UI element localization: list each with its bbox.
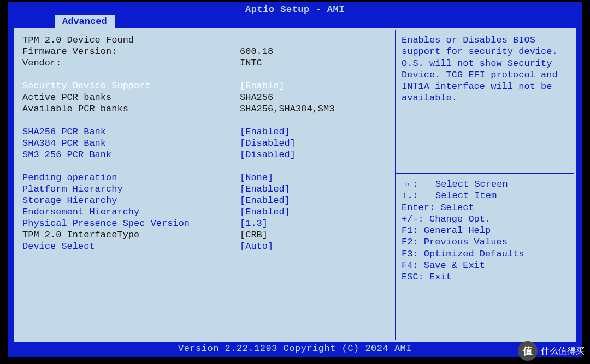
- content-box: TPM 2.0 Device Found Firmware Version: 6…: [14, 28, 576, 342]
- pending-operation-value[interactable]: [None]: [240, 172, 388, 183]
- device-select-label[interactable]: Device Select: [22, 241, 240, 252]
- tab-bar: Advanced: [9, 15, 581, 28]
- device-select-value[interactable]: [Auto]: [240, 241, 388, 252]
- sm3-bank-value[interactable]: [Disabled]: [240, 149, 388, 160]
- storage-hierarchy-value[interactable]: [Enabled]: [240, 195, 388, 206]
- tpm-found-label: TPM 2.0 Device Found: [22, 34, 240, 46]
- firmware-version-value: 600.18: [240, 46, 388, 57]
- watermark: 值 什么值得买: [518, 341, 585, 361]
- vendor-label: Vendor:: [22, 57, 240, 69]
- bios-footer: Version 2.22.1293 Copyright (C) 2024 AMI: [9, 342, 581, 354]
- endorsement-hierarchy-label[interactable]: Endorsement Hierarchy: [22, 206, 240, 218]
- key-f1: F1: General Help: [402, 225, 569, 236]
- tpm-interface-value: [CRB]: [240, 229, 388, 241]
- security-device-support-value[interactable]: [Enable]: [240, 80, 388, 92]
- firmware-version-label: Firmware Version:: [22, 46, 240, 57]
- pending-operation-label[interactable]: Pending operation: [22, 172, 240, 183]
- security-device-support-label[interactable]: Security Device Support: [22, 80, 240, 92]
- key-f4: F4: Save & Exit: [402, 260, 569, 271]
- bios-title: Aptio Setup - AMI: [9, 3, 581, 15]
- active-pcr-label: Active PCR banks: [22, 92, 240, 103]
- tab-advanced[interactable]: Advanced: [55, 15, 115, 28]
- tpm-interface-label: TPM 2.0 InterfaceType: [22, 229, 240, 241]
- physical-presence-value[interactable]: [1.3]: [240, 218, 388, 229]
- sm3-bank-label[interactable]: SM3_256 PCR Bank: [22, 149, 240, 160]
- key-arrows-lr: →←:: [402, 178, 435, 190]
- active-pcr-value: SHA256: [240, 92, 388, 103]
- available-pcr-label: Available PCR banks: [22, 103, 240, 115]
- key-select-screen: Select Screen: [435, 178, 508, 190]
- sha384-bank-value[interactable]: [Disabled]: [240, 138, 388, 149]
- bios-window: Aptio Setup - AMI Advanced TPM 2.0 Devic…: [8, 2, 582, 357]
- watermark-text: 什么值得买: [541, 345, 585, 357]
- sha256-bank-value[interactable]: [Enabled]: [240, 126, 388, 138]
- endorsement-hierarchy-value[interactable]: [Enabled]: [240, 206, 388, 218]
- storage-hierarchy-label[interactable]: Storage Hierarchy: [22, 195, 240, 206]
- vendor-value: INTC: [240, 57, 388, 69]
- key-enter: Enter: Select: [402, 202, 569, 213]
- key-f3: F3: Optimized Defaults: [402, 248, 569, 260]
- platform-hierarchy-value[interactable]: [Enabled]: [240, 183, 388, 195]
- platform-hierarchy-label[interactable]: Platform Hierarchy: [22, 183, 240, 195]
- key-legend: →←:Select Screen ↑↓:Select Item Enter: S…: [396, 174, 574, 340]
- key-arrows-ud: ↑↓:: [402, 190, 435, 201]
- help-pane: Enables or Disables BIOS support for sec…: [395, 30, 574, 340]
- sha384-bank-label[interactable]: SHA384 PCR Bank: [22, 138, 240, 149]
- physical-presence-label[interactable]: Physical Presence Spec Version: [22, 218, 240, 229]
- settings-pane: TPM 2.0 Device Found Firmware Version: 6…: [16, 30, 395, 340]
- key-esc: ESC: Exit: [402, 271, 569, 283]
- help-text: Enables or Disables BIOS support for sec…: [396, 30, 574, 174]
- key-select-item: Select Item: [435, 190, 497, 201]
- key-plusminus: +/-: Change Opt.: [402, 213, 569, 225]
- sha256-bank-label[interactable]: SHA256 PCR Bank: [22, 126, 240, 138]
- watermark-badge-icon: 值: [518, 341, 538, 361]
- available-pcr-value: SHA256,SHA384,SM3: [240, 103, 388, 115]
- key-f2: F2: Previous Values: [402, 236, 569, 248]
